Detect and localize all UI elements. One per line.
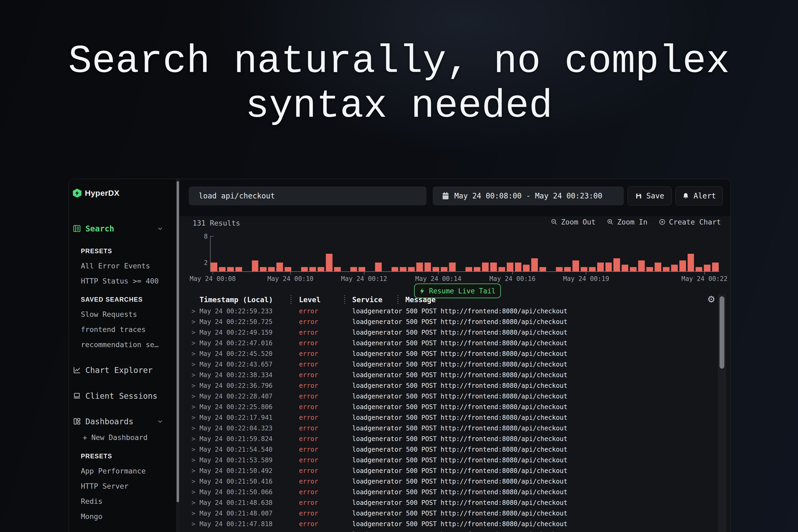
log-row[interactable]: >May 24 00:21:50.416errorloadgenerator 5… [179, 476, 717, 487]
log-row[interactable]: >May 24 00:21:50.492errorloadgenerator 5… [179, 466, 717, 476]
histogram-bar[interactable] [605, 263, 612, 271]
log-row[interactable]: >May 24 00:22:17.941errorloadgenerator 5… [179, 412, 717, 423]
column-resize-handle[interactable] [397, 295, 398, 304]
histogram-bar[interactable] [539, 267, 546, 271]
histogram-bar[interactable] [613, 258, 620, 271]
column-header-message[interactable]: Message [405, 296, 436, 304]
histogram-bar[interactable] [219, 267, 226, 271]
log-row[interactable]: >May 24 00:22:36.796errorloadgenerator 5… [179, 380, 717, 391]
log-row[interactable]: >May 24 00:22:47.016errorloadgenerator 5… [179, 338, 717, 348]
log-row[interactable]: >May 24 00:22:38.334errorloadgenerator 5… [179, 370, 717, 380]
sidebar-item-client-sessions[interactable]: Client Sessions [69, 390, 176, 402]
log-row[interactable]: >May 24 00:21:53.589errorloadgenerator 5… [179, 455, 717, 466]
sidebar-item-dashboard-preset[interactable]: App Performance [69, 463, 176, 478]
log-row[interactable]: >May 24 00:22:25.806errorloadgenerator 5… [179, 402, 717, 412]
log-row[interactable]: >May 24 00:22:59.233errorloadgenerator 5… [179, 306, 717, 317]
table-scrollbar-thumb[interactable] [720, 296, 724, 369]
histogram-bar[interactable] [268, 267, 275, 271]
histogram-bar[interactable] [704, 265, 710, 271]
histogram-bar[interactable] [285, 267, 291, 271]
histogram-bar[interactable] [433, 267, 439, 271]
table-settings-gear-icon[interactable]: ⚙ [706, 294, 716, 304]
sidebar-item-dashboard-preset[interactable]: HTTP Server [69, 478, 176, 494]
histogram-bar[interactable] [326, 254, 332, 271]
alert-button[interactable]: Alert [676, 187, 723, 205]
histogram-bar[interactable] [671, 265, 678, 271]
app-logo[interactable]: HyperDX [73, 189, 119, 198]
histogram-bar[interactable] [449, 263, 456, 271]
sidebar-item-dashboard-preset[interactable]: Mongo [69, 509, 176, 524]
column-header-service[interactable]: Service [352, 296, 382, 304]
search-input[interactable]: load api/checkout [189, 187, 426, 205]
log-row[interactable]: >May 24 00:22:45.520errorloadgenerator 5… [179, 348, 717, 359]
create-chart-button[interactable]: Create Chart [659, 218, 721, 226]
log-row[interactable]: >May 24 00:22:28.407errorloadgenerator 5… [179, 391, 717, 402]
log-row[interactable]: >May 24 00:21:48.007errorloadgenerator 5… [179, 508, 717, 519]
zoom-out-button[interactable]: Zoom Out [551, 218, 595, 226]
sidebar-item-saved-search[interactable]: Slow Requests [69, 307, 176, 322]
sidebar-item-dashboard-preset[interactable]: Redis [69, 494, 176, 509]
histogram-bar[interactable] [589, 267, 595, 271]
histogram-bar[interactable] [498, 267, 505, 271]
histogram-bar[interactable] [211, 263, 217, 271]
histogram-bar[interactable] [490, 263, 497, 271]
histogram-bar[interactable] [318, 267, 324, 271]
histogram-bar[interactable] [260, 267, 267, 271]
histogram-bar[interactable] [515, 263, 521, 271]
histogram-bar[interactable] [350, 267, 357, 271]
sidebar-scrollbar-thumb[interactable] [177, 181, 179, 502]
column-header-timestamp[interactable]: Timestamp (Local) [200, 296, 273, 304]
histogram-bar[interactable] [556, 267, 563, 271]
histogram-bar[interactable] [309, 267, 316, 271]
histogram-bar[interactable] [392, 267, 398, 271]
log-row[interactable]: >May 24 00:21:54.540errorloadgenerator 5… [179, 444, 717, 455]
log-row[interactable]: >May 24 00:21:50.066errorloadgenerator 5… [179, 487, 717, 497]
sidebar-item-dashboards[interactable]: Dashboards [69, 415, 176, 428]
histogram-bar[interactable] [408, 267, 415, 271]
zoom-in-button[interactable]: Zoom In [607, 218, 647, 226]
histogram-bar[interactable] [416, 263, 423, 271]
histogram-bar[interactable] [466, 267, 472, 271]
histogram-bar[interactable] [688, 254, 694, 271]
column-resize-handle[interactable] [344, 295, 345, 304]
histogram-bar[interactable] [638, 261, 645, 271]
histogram-bar[interactable] [235, 267, 242, 271]
log-row[interactable]: >May 24 00:22:04.323errorloadgenerator 5… [179, 423, 717, 434]
histogram-bar[interactable] [482, 263, 489, 271]
log-row[interactable]: >May 24 00:21:59.824errorloadgenerator 5… [179, 434, 717, 444]
event-histogram[interactable] [211, 236, 719, 271]
histogram-bar[interactable] [252, 261, 259, 271]
log-row[interactable]: >May 24 00:22:43.657errorloadgenerator 5… [179, 359, 717, 370]
histogram-bar[interactable] [523, 265, 530, 271]
histogram-bar[interactable] [301, 267, 308, 271]
histogram-bar[interactable] [400, 267, 406, 271]
histogram-bar[interactable] [597, 263, 604, 271]
histogram-bar[interactable] [654, 263, 661, 271]
histogram-bar[interactable] [334, 267, 341, 271]
sidebar-item-preset[interactable]: HTTP Status >= 400 [69, 273, 176, 289]
sidebar-item-preset[interactable]: All Error Events [69, 258, 176, 273]
histogram-bar[interactable] [581, 267, 587, 271]
histogram-bar[interactable] [531, 258, 538, 271]
histogram-bar[interactable] [441, 267, 448, 271]
log-row[interactable]: >May 24 00:22:49.159errorloadgenerator 5… [179, 327, 717, 338]
histogram-bar[interactable] [474, 267, 480, 271]
sidebar-item-saved-search[interactable]: frontend traces [69, 322, 176, 337]
date-range-picker[interactable]: May 24 00:08:00 - May 24 00:23:00 [433, 187, 624, 205]
log-row[interactable]: >May 24 00:22:50.725errorloadgenerator 5… [179, 317, 717, 327]
histogram-bar[interactable] [663, 267, 669, 271]
histogram-bar[interactable] [572, 261, 579, 271]
histogram-bar[interactable] [424, 263, 431, 271]
sidebar-item-search[interactable]: Search [69, 223, 176, 234]
histogram-bar[interactable] [646, 267, 653, 271]
log-row[interactable]: >May 24 00:21:47.818errorloadgenerator 5… [179, 529, 717, 532]
histogram-bar[interactable] [564, 267, 571, 271]
histogram-bar[interactable] [622, 265, 628, 271]
log-row[interactable]: >May 24 00:21:48.638errorloadgenerator 5… [179, 497, 717, 508]
column-resize-handle[interactable] [290, 295, 291, 304]
histogram-bar[interactable] [696, 267, 702, 271]
histogram-bar[interactable] [375, 263, 382, 271]
histogram-bar[interactable] [507, 263, 513, 271]
histogram-bar[interactable] [359, 267, 365, 271]
column-header-level[interactable]: Level [299, 296, 321, 304]
